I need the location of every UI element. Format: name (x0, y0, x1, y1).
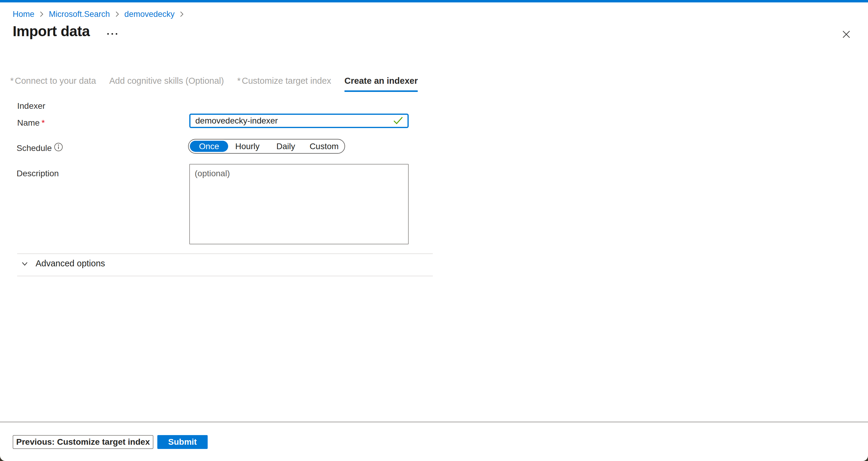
chevron-down-icon (21, 259, 29, 268)
tab-label: Create an indexer (344, 76, 418, 85)
schedule-option-daily[interactable]: Daily (267, 141, 305, 152)
description-textarea[interactable] (189, 164, 409, 244)
tab-required-marker: * (10, 76, 13, 85)
breadcrumb: Home Microsoft.Search demovedecky (13, 9, 184, 19)
schedule-option-custom[interactable]: Custom (305, 141, 343, 152)
breadcrumb-demovedecky-link[interactable]: demovedecky (124, 9, 175, 19)
info-icon[interactable] (54, 142, 63, 152)
tab-create-an-indexer[interactable]: Create an indexer (344, 76, 418, 92)
tab-label: Add cognitive skills (Optional) (110, 76, 224, 85)
breadcrumb-home-link[interactable]: Home (13, 9, 34, 19)
breadcrumb-microsoft-search-link[interactable]: Microsoft.Search (49, 9, 110, 19)
tab-connect-to-your-data[interactable]: * Connect to your data (10, 76, 96, 92)
import-data-panel: Home Microsoft.Search demovedecky Import… (0, 0, 868, 461)
chevron-right-icon (115, 10, 120, 18)
schedule-option-once[interactable]: Once (190, 141, 228, 152)
submit-button[interactable]: Submit (157, 435, 208, 449)
tab-customize-target-index[interactable]: * Customize target index (237, 76, 331, 92)
schedule-segmented-control: Once Hourly Daily Custom (188, 139, 345, 154)
advanced-options-toggle[interactable]: Advanced options (21, 258, 105, 269)
tab-add-cognitive-skills[interactable]: Add cognitive skills (Optional) (110, 76, 224, 92)
more-actions-icon[interactable] (105, 31, 119, 36)
schedule-field-label: Schedule (17, 144, 52, 153)
description-field-label: Description (17, 169, 59, 178)
indexer-name-input[interactable] (189, 114, 409, 128)
schedule-option-hourly[interactable]: Hourly (228, 141, 267, 152)
tab-required-marker: * (237, 76, 241, 85)
wizard-tabs: * Connect to your data Add cognitive ski… (10, 76, 418, 92)
azure-top-stripe (0, 0, 868, 2)
close-icon[interactable] (840, 28, 853, 41)
advanced-options-label: Advanced options (36, 258, 105, 269)
tab-label: Customize target index (242, 76, 331, 85)
footer-divider (0, 422, 868, 423)
indexer-section-label: Indexer (17, 101, 45, 111)
section-divider (17, 253, 433, 254)
section-divider (17, 276, 433, 276)
page-title: Import data (13, 23, 90, 39)
required-asterisk: * (41, 118, 45, 127)
chevron-right-icon (179, 10, 184, 18)
name-field-label: Name* (17, 118, 45, 128)
chevron-right-icon (39, 10, 44, 18)
previous-step-button[interactable]: Previous: Customize target index (13, 435, 153, 449)
tab-label: Connect to your data (15, 76, 96, 85)
